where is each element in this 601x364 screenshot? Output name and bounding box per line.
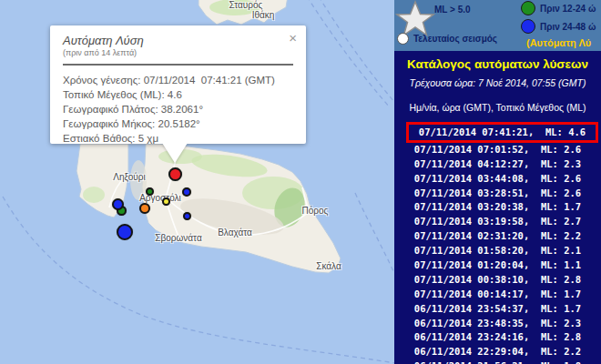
event-row[interactable]: 07/11/2014 01:58:20, ML: 2.1: [394, 244, 601, 258]
earthquake-marker[interactable]: [146, 187, 154, 196]
map-place-label: Σβορωνάτα: [155, 233, 201, 243]
selected-earthquake-marker[interactable]: [168, 167, 182, 181]
event-row[interactable]: 07/11/2014 02:31:20, ML: 2.2: [394, 229, 601, 244]
popup-field: Τοπικό Μέγεθος (ML): 4.6: [63, 87, 293, 102]
earthquake-marker[interactable]: [182, 187, 191, 197]
event-row[interactable]: 07/11/2014 03:28:51, ML: 2.6: [394, 187, 601, 201]
event-row[interactable]: 07/11/2014 03:20:38, ML: 1.7: [394, 200, 601, 215]
event-row[interactable]: 06/11/2014 23:54:37, ML: 1.7: [394, 302, 601, 317]
event-row[interactable]: 06/11/2014 21:56:21, ML: 1.8: [394, 359, 601, 364]
popup-divider: [63, 64, 293, 66]
legend-ml5-label: ML > 5.0: [434, 5, 471, 15]
map-place-label: Βλαχάτα: [218, 228, 252, 238]
popup-subtitle: (πριν από 14 λεπτά): [63, 48, 293, 57]
popup-field: Γεωγραφικό Πλάτος: 38.2061°: [63, 102, 293, 116]
event-row[interactable]: 07/11/2014 00:14:17, ML: 1.7: [394, 288, 601, 302]
earthquake-marker[interactable]: [139, 203, 150, 214]
legend-auto-solution-label: (Αυτόματη Λύ: [526, 37, 591, 48]
last-event-dot: [397, 33, 409, 45]
legend-blue-dot: [521, 19, 535, 34]
highlighted-event-box: 07/11/2014 07:41:21, ML: 4.6: [406, 122, 598, 143]
popup-field: Χρόνος γένεσης: 07/11/2014 07:41:21 (GMT…: [63, 73, 293, 87]
legend-last-event-label: Τελευταίος σεισμός: [413, 34, 497, 44]
legend: ML > 5.0 Τελευταίος σεισμός Πριν 12-24 ώ…: [394, 0, 601, 51]
event-row[interactable]: 07/11/2014 07:01:52, ML: 2.6: [394, 143, 601, 157]
popup-field: Γεωγραφικό Μήκος: 20.5182°: [63, 116, 293, 131]
map-place-label: Σκάλα: [316, 261, 341, 271]
event-row[interactable]: 06/11/2014 22:29:04, ML: 2.2: [394, 345, 601, 359]
map-place-label: Σταυρός: [229, 0, 263, 10]
info-popup: × Αυτόματη Λύση (πριν από 14 λεπτά) Χρόν…: [50, 25, 306, 144]
legend-24-48-label: Πριν 24-48 ώ: [540, 22, 596, 32]
legend-12-24-label: Πριν 12-24 ώ: [540, 4, 596, 14]
side-panel: ML > 5.0 Τελευταίος σεισμός Πριν 12-24 ώ…: [394, 0, 601, 364]
earthquake-marker[interactable]: [117, 224, 133, 240]
catalog-title: Κατάλογος αυτόματων λύσεων: [394, 57, 601, 71]
map-place-label: Πόρος: [302, 206, 329, 216]
event-row[interactable]: 07/11/2014 03:19:58, ML: 2.7: [394, 215, 601, 229]
event-row[interactable]: 07/11/2014 00:38:10, ML: 2.8: [394, 273, 601, 288]
event-row[interactable]: 07/11/2014 07:41:21, ML: 4.6: [409, 126, 596, 140]
event-row[interactable]: 07/11/2014 04:12:27, ML: 2.3: [394, 157, 601, 172]
legend-green-dot: [521, 1, 535, 15]
screenshot-root: ΣταυρόςΙθάκηΛηξούριΑργοστόλιΣβορωνάταΒλα…: [0, 0, 601, 364]
earthquake-marker[interactable]: [183, 212, 191, 220]
event-row[interactable]: 06/11/2014 23:24:16, ML: 2.8: [394, 330, 601, 345]
event-row[interactable]: 07/11/2014 01:20:04, ML: 1.1: [394, 258, 601, 273]
earthquake-marker[interactable]: [112, 198, 124, 210]
event-list: 07/11/2014 07:41:21, ML: 4.607/11/2014 0…: [394, 122, 601, 364]
catalog: Κατάλογος αυτόματων λύσεων Τρέχουσα ώρα:…: [394, 51, 601, 364]
current-time: Τρέχουσα ώρα: 7 Νοέ 2014, 07:55 (GMT): [394, 77, 601, 88]
popup-pointer: [162, 143, 188, 163]
map-place-label: Ληξούρι: [113, 172, 145, 182]
map-place-label: Ιθάκη: [252, 10, 275, 20]
map[interactable]: ΣταυρόςΙθάκηΛηξούριΑργοστόλιΣβορωνάταΒλα…: [0, 0, 394, 364]
popup-title: Αυτόματη Λύση: [63, 34, 293, 47]
event-row[interactable]: 07/11/2014 03:44:08, ML: 2.6: [394, 172, 601, 187]
close-icon[interactable]: ×: [289, 31, 297, 45]
columns-header: Ημ/νία, ώρα (GMT), Τοπικό Μέγεθος (ML): [394, 102, 601, 113]
event-row[interactable]: 06/11/2014 23:48:35, ML: 2.3: [394, 317, 601, 331]
earthquake-marker[interactable]: [162, 197, 170, 206]
popup-fields: Χρόνος γένεσης: 07/11/2014 07:41:21 (GMT…: [63, 73, 293, 146]
